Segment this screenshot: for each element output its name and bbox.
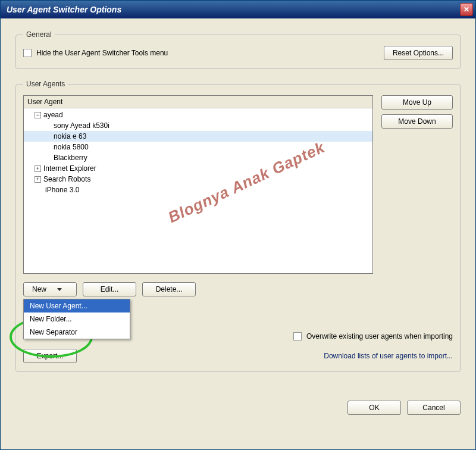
- tree-label: iPhone 3.0: [45, 186, 79, 194]
- general-legend: General: [23, 30, 55, 39]
- tree-label: Search Robots: [43, 175, 90, 183]
- titlebar: User Agent Switcher Options ✕: [1, 1, 475, 18]
- user-agent-list[interactable]: User Agent − ayead sony Ayead k530i noki…: [23, 95, 373, 274]
- hide-menu-label: Hide the User Agent Switcher Tools menu: [36, 49, 168, 57]
- general-fieldset: General Hide the User Agent Switcher Too…: [15, 30, 461, 69]
- cancel-button[interactable]: Cancel: [407, 401, 461, 415]
- tree-label: Blackberry: [54, 154, 87, 162]
- new-dropdown-menu: New User Agent... New Folder... New Sepa…: [23, 299, 130, 339]
- tree-label: sony Ayead k530i: [54, 121, 109, 130]
- ok-button[interactable]: OK: [347, 401, 401, 415]
- move-up-button[interactable]: Move Up: [381, 95, 453, 110]
- import-row: Export... Download lists of user agents …: [23, 349, 453, 363]
- tree-item-selected[interactable]: nokia e 63: [24, 131, 372, 142]
- side-buttons: Move Up Move Down: [381, 95, 453, 274]
- reset-options-button[interactable]: Reset Options...: [384, 46, 453, 60]
- close-icon: ✕: [464, 5, 469, 14]
- hide-menu-checkbox[interactable]: [23, 49, 32, 57]
- user-agents-legend: User Agents: [23, 80, 68, 88]
- chevron-down-icon: [57, 288, 62, 291]
- tree-item-iphone[interactable]: iPhone 3.0: [24, 185, 372, 195]
- tree-item-robots[interactable]: + Search Robots: [24, 174, 372, 185]
- tree-label: Internet Explorer: [43, 164, 96, 173]
- new-button-label: New: [32, 285, 46, 293]
- tree-item[interactable]: sony Ayead k530i: [24, 120, 372, 131]
- tree-item[interactable]: nokia 5800: [24, 142, 372, 152]
- new-button[interactable]: New: [23, 282, 77, 296]
- expand-icon[interactable]: +: [35, 165, 41, 172]
- menu-new-folder[interactable]: New Folder...: [24, 312, 130, 326]
- tree-item[interactable]: Blackberry: [24, 152, 372, 163]
- delete-button[interactable]: Delete...: [142, 282, 196, 296]
- ua-tree: − ayead sony Ayead k530i nokia e 63 noki…: [24, 108, 372, 196]
- ua-container: User Agent − ayead sony Ayead k530i noki…: [23, 95, 453, 274]
- overwrite-label: Overwrite existing user agents when impo…: [306, 332, 453, 340]
- list-column-header[interactable]: User Agent: [24, 96, 372, 108]
- edit-button[interactable]: Edit...: [83, 282, 136, 296]
- dialog-buttons: OK Cancel: [1, 395, 475, 424]
- overwrite-checkbox-row[interactable]: Overwrite existing user agents when impo…: [293, 332, 453, 340]
- tree-item-ayead[interactable]: − ayead: [24, 110, 372, 120]
- user-agents-fieldset: User Agents User Agent − ayead sony Ayea…: [15, 80, 461, 372]
- expand-icon[interactable]: +: [35, 176, 41, 183]
- options-window: User Agent Switcher Options ✕ General Hi…: [0, 0, 476, 450]
- menu-new-separator[interactable]: New Separator: [24, 326, 130, 339]
- general-row: Hide the User Agent Switcher Tools menu …: [23, 46, 453, 60]
- tree-item-ie[interactable]: + Internet Explorer: [24, 163, 372, 174]
- export-button[interactable]: Export...: [23, 349, 77, 363]
- menu-new-user-agent[interactable]: New User Agent...: [24, 299, 130, 312]
- download-link[interactable]: Download lists of user agents to import.…: [324, 352, 453, 360]
- close-button[interactable]: ✕: [460, 3, 473, 16]
- tree-label: nokia 5800: [54, 143, 89, 151]
- hide-menu-checkbox-row[interactable]: Hide the User Agent Switcher Tools menu: [23, 49, 168, 57]
- move-down-button[interactable]: Move Down: [381, 114, 453, 129]
- tree-label: nokia e 63: [54, 132, 86, 140]
- overwrite-checkbox[interactable]: [293, 332, 302, 340]
- window-title: User Agent Switcher Options: [7, 5, 121, 14]
- tree-label: ayead: [43, 111, 63, 119]
- collapse-icon[interactable]: −: [35, 112, 41, 118]
- content-area: General Hide the User Agent Switcher Too…: [1, 18, 475, 395]
- action-row: New Edit... Delete... New User Agent... …: [23, 282, 453, 296]
